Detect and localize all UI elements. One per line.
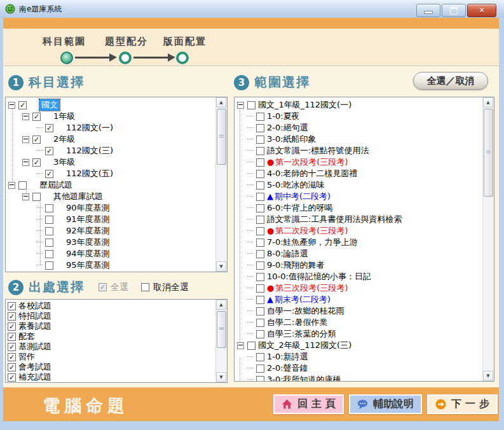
tree-item[interactable]: ▲期中考(二段考) — [235, 191, 482, 202]
expand-collapse-icon[interactable] — [22, 159, 29, 166]
tree-item[interactable]: 2-0:聲音鐘 — [235, 363, 482, 374]
checkbox[interactable] — [256, 170, 264, 178]
tree-item-label[interactable]: 90年度基測 — [66, 202, 110, 214]
tree-item[interactable]: 1-0:夏夜 — [235, 111, 482, 122]
tree-item-label[interactable]: 自學一:故鄉的桂花雨 — [267, 305, 344, 317]
tree-item-label[interactable]: 112國文(一) — [66, 122, 113, 134]
tree-item[interactable]: 112國文(五) — [6, 168, 215, 179]
checkbox[interactable] — [256, 376, 264, 382]
checkbox[interactable] — [256, 239, 264, 247]
expand-collapse-icon[interactable] — [22, 113, 29, 120]
tree-item-label[interactable]: ●第三次段考(三段考) — [267, 282, 348, 294]
tree-item-label[interactable]: 國文_2年級_112國文(三) — [258, 340, 351, 351]
checkbox[interactable] — [256, 124, 264, 132]
tree-item[interactable]: 國文 — [6, 99, 215, 111]
tree-item[interactable]: 93年度基測 — [6, 237, 215, 248]
tree-item[interactable]: 3-0:我所知道的康橋 — [235, 374, 482, 381]
tree-item-label[interactable]: 3-0:我所知道的康橋 — [267, 374, 341, 381]
checkbox[interactable] — [256, 330, 264, 338]
tree-item[interactable]: 其他題庫試題 — [6, 191, 215, 202]
tree-item[interactable]: 歷屆試題 — [6, 179, 215, 191]
tree-item[interactable]: 4-0:老師的十二樣見面禮 — [235, 168, 482, 179]
scroll-down-icon[interactable]: ▼ — [483, 371, 493, 381]
tree-item[interactable]: 國文_2年級_112國文(三) — [235, 340, 482, 351]
tree-item-label[interactable]: 8-0:論語選 — [267, 248, 308, 260]
tree-item[interactable]: 1-0:新詩選 — [235, 351, 482, 363]
checkbox[interactable] — [32, 135, 41, 144]
checkbox[interactable] — [45, 250, 53, 258]
checkbox[interactable] — [256, 158, 264, 167]
checkbox[interactable] — [256, 216, 264, 224]
checkbox[interactable] — [8, 302, 16, 310]
expand-collapse-icon[interactable] — [22, 136, 29, 143]
checkbox[interactable] — [256, 181, 264, 190]
checkbox[interactable] — [8, 333, 16, 341]
tree-item-label[interactable]: 3年級 — [53, 156, 75, 168]
tree-item[interactable]: 語文常識二:工具書使用法與資料檢索 — [235, 214, 482, 225]
tree-item[interactable]: 91年度基測 — [6, 214, 215, 225]
tree-item-label[interactable]: 112國文(五) — [66, 168, 113, 179]
tree-item-label[interactable]: 94年度基測 — [66, 248, 110, 260]
tree-item-label[interactable]: 國文 — [39, 99, 60, 111]
scrollbar-thumb[interactable] — [217, 311, 226, 348]
select-all-toggle-button[interactable]: 全選／取消 — [413, 72, 488, 90]
tree-item-label[interactable]: 5-0:吃冰的滋味 — [267, 179, 325, 191]
checkbox[interactable] — [256, 261, 264, 270]
tree-item[interactable]: 95年度基測 — [6, 260, 215, 271]
tree-item-label[interactable]: 3-0:紙船印象 — [267, 134, 317, 145]
tree-item-label[interactable]: ●第二次段考(三段考) — [267, 225, 348, 237]
tree-item[interactable]: 6-0:牛背上的呀喝 — [235, 202, 482, 214]
tree-item-label[interactable]: 91年度基測 — [66, 214, 110, 225]
tree-item[interactable]: 自學三:茶葉的分類 — [235, 328, 482, 340]
checkbox[interactable] — [8, 322, 16, 331]
tree-item[interactable]: 92年度基測 — [6, 225, 215, 237]
next-step-button[interactable]: 下一步 — [427, 394, 498, 414]
checkbox[interactable] — [45, 239, 53, 247]
checkbox[interactable] — [256, 319, 264, 327]
tree-item-label[interactable]: ●第一次段考(三段考) — [267, 156, 348, 168]
close-button[interactable]: ✕ — [467, 4, 496, 17]
tree-item[interactable]: 8-0:論語選 — [235, 248, 482, 260]
checkbox[interactable] — [256, 296, 264, 304]
scroll-up-icon[interactable]: ▲ — [216, 300, 226, 310]
tree-item-label[interactable]: 其他題庫試題 — [53, 191, 103, 202]
checkbox[interactable] — [18, 101, 27, 109]
tree-item[interactable]: 語文常識一:標點符號使用法 — [235, 145, 482, 156]
tree-item-label[interactable]: 語文常識二:工具書使用法與資料檢索 — [267, 214, 402, 225]
tree-item-label[interactable]: 語文常識一:標點符號使用法 — [267, 145, 369, 156]
tree-item[interactable]: 1年級 — [6, 111, 215, 122]
checkbox[interactable] — [247, 101, 255, 109]
checkbox[interactable] — [45, 204, 53, 212]
tree-item[interactable]: 5-0:吃冰的滋味 — [235, 179, 482, 191]
source-list-item[interactable]: 特招試題 — [6, 311, 215, 321]
checkbox[interactable] — [256, 135, 264, 144]
tree-item-label[interactable]: ▲期末考(二段考) — [267, 294, 330, 305]
checkbox[interactable] — [256, 353, 264, 361]
tree-item[interactable]: 94年度基測 — [6, 248, 215, 260]
tree-item-label[interactable]: 9-0:飛翔的舞者 — [267, 260, 325, 271]
checkbox[interactable] — [247, 342, 255, 350]
source-list-item[interactable]: 配套 — [6, 331, 215, 342]
tree-item-label[interactable]: 92年度基測 — [66, 225, 110, 237]
home-button[interactable]: 回主頁 — [273, 394, 344, 414]
tree-item-label[interactable]: 93年度基測 — [66, 237, 110, 248]
subject-tree-scrollbar[interactable]: ▲ ▼ — [215, 97, 227, 272]
scroll-up-icon[interactable]: ▲ — [483, 97, 493, 108]
tree-item[interactable]: 國文_1年級_112國文(一) — [235, 99, 482, 111]
tree-item-label[interactable]: 2年級 — [53, 134, 75, 145]
source-list-scrollbar[interactable]: ▲ ▼ — [215, 300, 227, 382]
checkbox[interactable] — [45, 170, 53, 178]
source-list-item[interactable]: 基測試題 — [6, 342, 215, 352]
tree-item-label[interactable]: 國文_1年級_112國文(一) — [258, 99, 351, 111]
checkbox[interactable] — [256, 273, 264, 281]
checkbox[interactable] — [256, 364, 264, 373]
tree-item[interactable]: ●第二次段考(三段考) — [235, 225, 482, 237]
tree-item[interactable]: 112國文(一) — [6, 122, 215, 134]
help-button[interactable]: 輔助說明 — [349, 394, 422, 414]
source-list-item[interactable]: 素養試題 — [6, 321, 215, 331]
source-list-item[interactable]: 會考試題 — [6, 362, 215, 372]
checkbox[interactable] — [256, 250, 264, 258]
checkbox[interactable] — [45, 227, 53, 235]
tree-item[interactable]: 3年級 — [6, 156, 215, 168]
minimize-button[interactable] — [416, 4, 440, 17]
